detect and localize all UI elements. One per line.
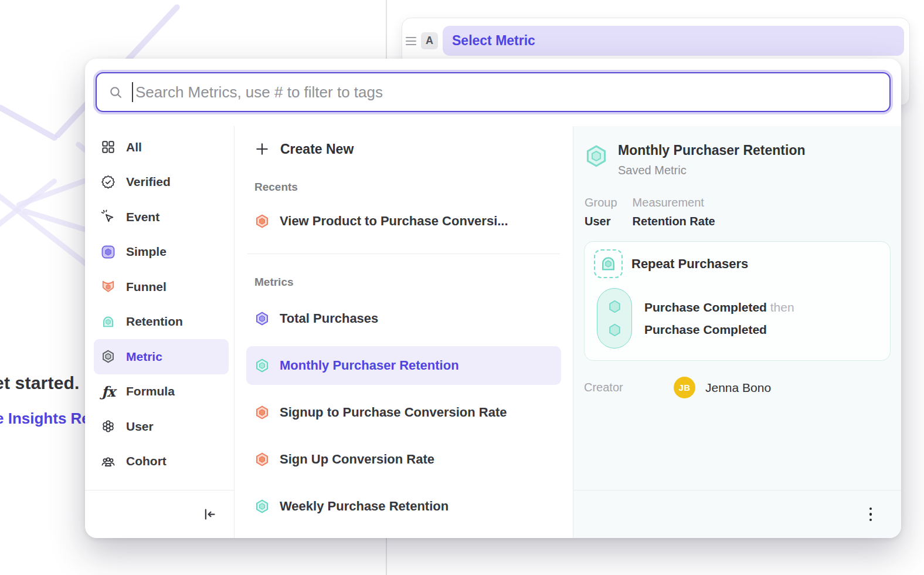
metric-row-label: Weekly Purchase Retention <box>280 499 449 514</box>
create-new-label: Create New <box>280 141 354 157</box>
metric-list-column: Create New Recents View Product to Purch… <box>235 126 573 538</box>
measurement-value: Retention Rate <box>633 215 715 228</box>
step-hexagon-icon <box>607 322 623 338</box>
search-icon <box>108 85 123 100</box>
definition-step-1: Purchase Completed then <box>644 300 794 314</box>
simple-hexagon-icon <box>101 245 116 259</box>
background-headline: et started. <box>0 373 80 393</box>
sidebar-item-label: User <box>126 420 154 434</box>
recent-item-label: View Product to Purchase Conversi... <box>280 214 508 229</box>
measurement-label: Measurement <box>633 196 715 209</box>
sidebar-item-formula[interactable]: ƒx Formula <box>94 374 229 410</box>
detail-footer <box>573 490 901 538</box>
metric-row-signup-to-purchase[interactable]: Signup to Purchase Conversion Rate <box>246 393 561 432</box>
create-new-button[interactable]: Create New <box>246 135 561 163</box>
group-meta: Group User <box>585 196 617 228</box>
search-box <box>96 72 891 112</box>
sidebar-item-cohort[interactable]: Cohort <box>94 444 229 479</box>
sidebar-item-metric[interactable]: Metric <box>94 339 229 374</box>
metric-row-monthly-purchaser-retention[interactable]: Monthly Purchaser Retention <box>246 346 561 385</box>
coral-metric-hexagon-icon <box>254 405 270 420</box>
detail-meta: Group User Measurement Retention Rate <box>584 196 891 228</box>
sidebar-item-user[interactable]: User <box>94 409 229 444</box>
sidebar-item-label: Formula <box>126 384 175 398</box>
verified-badge-icon <box>101 175 116 190</box>
plus-icon <box>254 141 270 157</box>
metric-row-label: Sign Up Conversion Rate <box>280 452 434 467</box>
teal-metric-hexagon-icon <box>254 358 270 373</box>
metric-row-total-purchases[interactable]: Total Purchases <box>246 299 561 338</box>
select-metric-button[interactable]: Select Metric <box>443 26 904 56</box>
step-hexagon-icon <box>607 299 623 314</box>
sidebar-item-verified[interactable]: Verified <box>94 165 229 200</box>
insights-report-link[interactable]: e Insights Re <box>0 410 90 428</box>
metric-detail-panel: Monthly Purchaser Retention Saved Metric… <box>573 126 901 538</box>
recents-section-label: Recents <box>254 181 561 194</box>
metrics-section-label: Metrics <box>254 276 561 289</box>
coral-metric-hexagon-icon <box>254 452 270 467</box>
sidebar-item-event[interactable]: Event <box>94 199 229 235</box>
sidebar-item-funnel[interactable]: Funnel <box>94 269 229 305</box>
sidebar-item-label: Event <box>126 210 159 224</box>
cohort-people-icon <box>101 454 116 469</box>
sidebar-item-all[interactable]: All <box>94 130 229 165</box>
collapse-left-icon <box>201 506 217 522</box>
retention-arch-icon <box>599 255 617 273</box>
sidebar-item-label: Metric <box>126 350 162 364</box>
funnel-icon <box>101 279 116 294</box>
metric-hexagon-icon <box>101 349 116 364</box>
sidebar-item-label: Retention <box>126 314 183 329</box>
creator-name: Jenna Bono <box>705 381 771 395</box>
retention-definition-icon <box>594 249 623 278</box>
more-options-button[interactable] <box>864 504 878 525</box>
group-label: Group <box>585 196 617 209</box>
group-value: User <box>585 215 617 228</box>
grid-icon <box>101 140 116 154</box>
recent-item-row[interactable]: View Product to Purchase Conversi... <box>246 202 561 241</box>
metric-row-weekly-purchase-retention[interactable]: Weekly Purchase Retention <box>246 487 561 526</box>
detail-subtitle: Saved Metric <box>618 164 805 177</box>
sidebar-footer <box>85 490 234 538</box>
sidebar-item-simple[interactable]: Simple <box>94 235 229 270</box>
purple-metric-hexagon-icon <box>254 311 270 326</box>
category-sidebar: All Verified Event <box>85 126 235 538</box>
creator-row: Creator JB Jenna Bono <box>584 377 891 398</box>
funnel-metric-hexagon-icon <box>254 214 270 229</box>
sidebar-item-label: Simple <box>126 245 167 259</box>
teal-metric-hexagon-icon <box>254 499 270 514</box>
creator-label: Creator <box>584 381 674 394</box>
drag-handle-icon[interactable] <box>406 36 416 46</box>
metric-row-label: Monthly Purchaser Retention <box>280 358 459 373</box>
detail-title: Monthly Purchaser Retention <box>618 143 805 158</box>
formula-fx-icon: ƒx <box>101 384 116 399</box>
saved-metric-hexagon-icon <box>584 144 609 168</box>
collapse-sidebar-button[interactable] <box>200 506 218 523</box>
select-metric-label: Select Metric <box>452 33 535 49</box>
event-cursor-icon <box>101 209 116 224</box>
sidebar-item-label: Verified <box>126 175 171 189</box>
retention-steps-capsule <box>597 288 632 349</box>
sidebar-item-label: Funnel <box>126 280 167 294</box>
metric-row-sign-up-conversion[interactable]: Sign Up Conversion Rate <box>246 440 561 479</box>
then-label: then <box>770 300 794 314</box>
search-input[interactable] <box>135 83 878 102</box>
sidebar-item-label: Cohort <box>126 454 167 468</box>
metric-definition-card: Repeat Purchasers Purchase Comp <box>584 241 891 361</box>
metric-row-revenue[interactable]: Revenue <box>246 534 561 538</box>
definition-name: Repeat Purchasers <box>631 256 748 272</box>
list-divider <box>247 253 560 254</box>
block-letter-badge[interactable]: A <box>421 32 438 49</box>
measurement-meta: Measurement Retention Rate <box>633 196 715 228</box>
retention-arch-icon <box>101 314 116 329</box>
metric-row-label: Total Purchases <box>280 311 378 326</box>
text-caret <box>132 82 133 102</box>
definition-step-2: Purchase Completed <box>644 323 794 337</box>
creator-avatar: JB <box>674 377 695 398</box>
sidebar-item-label: All <box>126 140 142 154</box>
search-area <box>85 59 901 126</box>
metric-picker-modal: All Verified Event <box>85 59 901 538</box>
sidebar-item-retention[interactable]: Retention <box>94 305 229 340</box>
metric-row-label: Signup to Purchase Conversion Rate <box>280 405 507 420</box>
user-cluster-icon <box>101 419 116 434</box>
